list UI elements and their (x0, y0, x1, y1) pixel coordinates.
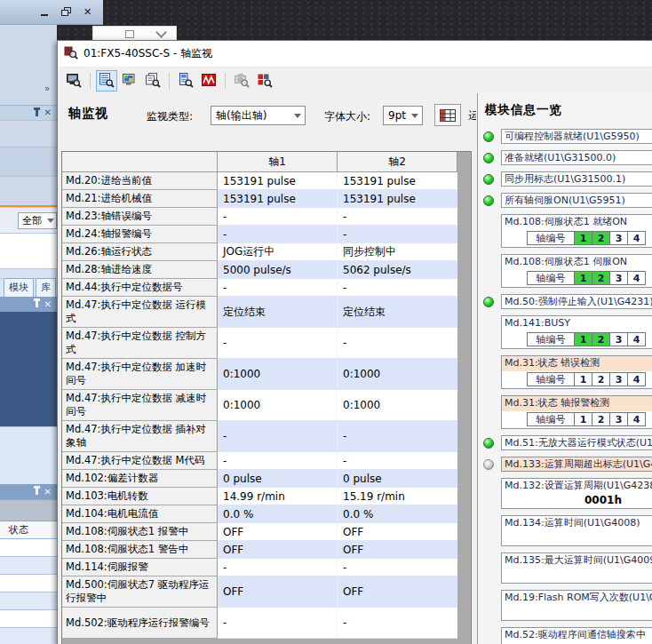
row-label: Md.102:偏差计数器 (62, 470, 218, 488)
copy-view-icon[interactable] (142, 70, 163, 91)
module-value-group: Md.134:运算时间(U1\G4008) (501, 515, 652, 546)
close-icon[interactable]: ✕ (44, 300, 52, 309)
minimize-icon[interactable] (40, 7, 50, 17)
dock-list-row (0, 539, 57, 557)
axis-value-cell: - (338, 559, 457, 576)
font-size-value: 9pt (384, 109, 411, 122)
filter-dropdown-value: 全部 (22, 214, 47, 227)
module-axes-group: Md.141:BUSY轴编号1234 (501, 315, 652, 349)
row-label: Md.47:执行中定位数据 控制方式 (62, 328, 218, 359)
module-group-header: Md.108:伺服状态1 伺服ON (502, 255, 652, 270)
module-group-header: Md.108:伺服状态1 就绪ON (502, 215, 652, 230)
axis-value-cell: - (218, 608, 338, 639)
display-settings-icon[interactable] (119, 70, 140, 91)
row-label: Md.47:执行中定位数据 减速时间号 (62, 390, 218, 421)
chevron-down-icon (47, 219, 54, 223)
axis-value-cell: - (338, 328, 457, 359)
axis-value-cell: 153191 pulse (218, 190, 338, 208)
axis-value-cell: 153191 pulse (218, 172, 338, 190)
camera-search-icon[interactable] (231, 70, 252, 91)
axis-value-cell: OFF (218, 576, 338, 608)
row-label: Md.47:执行中定位数据 加速时间号 (62, 359, 218, 390)
clipped-button-label[interactable]: 运 (468, 108, 476, 123)
tab-module[interactable]: 模块 (4, 278, 34, 297)
row-label: Md.103:电机转数 (62, 488, 218, 505)
axis-value-cell: OFF (338, 576, 457, 608)
table-row: Md.47:执行中定位数据 M代码-- (62, 452, 457, 470)
restore-icon[interactable] (61, 7, 71, 17)
axis-value-cell: 0.0 % (338, 505, 457, 523)
close-icon[interactable]: ✕ (83, 7, 92, 17)
axis-value-cell: - (218, 421, 338, 452)
axis-value-cell: 0 pulse (338, 470, 457, 488)
device-search-icon[interactable] (175, 70, 196, 91)
module-search-icon[interactable] (254, 70, 275, 91)
axis-number-row: 轴编号1234 (527, 271, 652, 285)
axis-value-cell: 定位结束 (338, 297, 457, 328)
module-info-title: 模块信息一览 (485, 102, 652, 118)
pin-icon[interactable] (36, 301, 38, 307)
axis-number-cell: 4 (627, 372, 646, 386)
module-group-header: Md.135:最大运算时间(U1\G4009) (502, 553, 652, 568)
axis-number-cell: 1 (574, 412, 592, 426)
axis-number-cell: 2 (592, 332, 610, 346)
row-label: Md.20:进给当前值 (62, 172, 218, 190)
toolbar-separator (169, 73, 170, 89)
chevron-down-icon[interactable] (155, 27, 167, 38)
font-size-dropdown[interactable]: 9pt (383, 106, 423, 125)
monitor-type-dropdown[interactable]: 轴(输出轴) (211, 106, 306, 125)
row-label: Md.104:电机电流值 (62, 505, 218, 523)
dock-panel-header: ✕ (0, 297, 57, 312)
axis-number-row: 轴编号1234 (527, 412, 652, 426)
green-led-icon (483, 174, 494, 185)
dock-status-column-label: 状态 (9, 523, 28, 537)
axis-number-cell: 4 (627, 332, 646, 346)
green-led-icon (483, 297, 494, 307)
row-label: Md.47:执行中定位数据 运行模式 (62, 297, 218, 328)
module-group-value: 0001h (502, 494, 652, 508)
pin-icon[interactable] (36, 110, 38, 116)
table-grid-icon (440, 109, 456, 122)
axis-value-cell: - (218, 279, 338, 297)
dock-list-row (0, 628, 57, 644)
tab-library[interactable]: 库 (36, 278, 56, 297)
maximize-icon[interactable] (125, 30, 134, 38)
row-label: Md.23:轴错误编号 (62, 208, 218, 226)
module-signal-label: 可编程控制器就绪(U1\G5950) (501, 129, 652, 144)
chevrons-icon[interactable]: » (44, 83, 48, 93)
axis-value-cell: OFF (338, 523, 457, 541)
row-label: Md.500:伺服状态7 驱动程序运行报警中 (62, 576, 218, 608)
waveform-trace-icon[interactable] (198, 70, 219, 91)
table-row: Md.108:伺服状态1 报警中OFFOFF (62, 523, 457, 541)
table-corner-cell (62, 152, 218, 172)
pin-icon[interactable] (36, 489, 38, 495)
axis-value-cell: - (338, 279, 457, 297)
table-row: Md.114:伺服报警-- (62, 559, 457, 576)
axis-number-cell: 1 (574, 271, 592, 285)
module-signal-label: Md.50:强制停止输入(U1\G4231) (501, 294, 652, 309)
module-signal-label: 准备就绪(U1\G31500.0) (501, 150, 652, 165)
green-led-icon (483, 195, 494, 206)
toolbar-separator (90, 73, 91, 89)
axis-value-cell: - (338, 608, 457, 639)
axis-value-cell: 14.99 r/min (218, 488, 338, 505)
axis-value-cell: 5062 pulse/s (338, 261, 457, 279)
toolbar-separator (225, 73, 226, 89)
table-row: Md.102:偏差计数器0 pulse0 pulse (62, 470, 457, 488)
axis-number-label: 轴编号 (527, 372, 575, 386)
table-grid-button[interactable] (434, 104, 461, 126)
axis-value-cell: JOG运行中 (218, 243, 338, 261)
row-label: Md.502:驱动程序运行报警编号 (62, 608, 218, 639)
list-search-icon[interactable] (96, 70, 117, 91)
monitor-search-icon[interactable] (63, 70, 84, 91)
module-signal-label: 所有轴伺服ON(U1\G5951) (501, 193, 652, 208)
module-axes-group: Md.108:伺服状态1 伺服ON轴编号1234 (501, 254, 652, 288)
close-icon[interactable]: ✕ (44, 488, 52, 497)
close-icon[interactable]: ✕ (44, 108, 52, 117)
axis-value-cell: 153191 pulse (338, 190, 457, 208)
axis-window-titlebar[interactable]: 01:FX5-40SSC-S - 轴监视 (58, 41, 652, 68)
axis-toolbar (58, 68, 652, 94)
module-axes-group: Md.31:状态 轴报警检测轴编号1234 (501, 395, 652, 429)
filter-dropdown[interactable]: 全部 (18, 212, 57, 229)
axis-value-cell: 5000 pulse/s (218, 261, 338, 279)
